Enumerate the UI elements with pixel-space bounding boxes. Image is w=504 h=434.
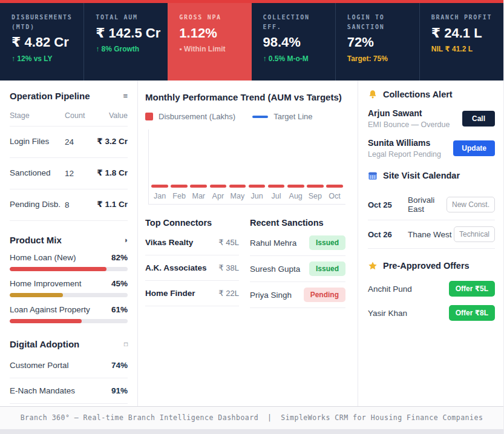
connector-name: Home Finder <box>145 289 195 298</box>
kpi-label: TOTAL AUM <box>96 13 160 22</box>
product-mix-section: Product Mix ◑ Home Loan (New) 82% Home I… <box>10 235 128 323</box>
connector-value: ₹ 38L <box>218 263 239 272</box>
chart-title: Monthly Performance Trend (AUM vs Target… <box>145 92 345 102</box>
legend-item-disbursement: Disbursement (Lakhs) <box>145 112 235 121</box>
pipeline-title: Operation Pipeline <box>10 91 90 101</box>
digital-row: E-Nach Mandates 91% <box>10 378 128 404</box>
pipeline-value: ₹ 1.1 Cr <box>93 199 128 211</box>
kpi-label: GROSS NPA <box>179 13 244 22</box>
x-tick: Jan <box>150 192 169 200</box>
pipeline-row: Pending Disb. 8 ₹ 1.1 Cr <box>10 189 128 221</box>
status-badge: Pending <box>304 288 345 302</box>
kpi-value: 1.12% <box>179 26 244 41</box>
star-icon <box>368 261 378 271</box>
x-tick: Jul <box>267 192 286 200</box>
sanction-row: Priya Singh Pending <box>250 282 345 308</box>
pipeline-stage: Login Files <box>10 136 65 148</box>
middle-column: Monthly Performance Trend (AUM vs Target… <box>138 81 358 406</box>
kpi-card-total-aum: TOTAL AUM ₹ 142.5 Cr ↑ 8% Growth <box>83 3 168 81</box>
calendar-icon <box>368 171 378 180</box>
alert-name: Arjun Sawant <box>368 108 450 118</box>
pipeline-col-count: Count <box>65 111 93 120</box>
pipeline-col-value: Value <box>93 111 128 120</box>
digital-adoption-section: Digital Adoption □ Customer Portal 74% E… <box>10 339 128 404</box>
kpi-sub: ↑ 12% vs LY <box>11 54 76 64</box>
kpi-sub: ↑ 8% Growth <box>96 45 160 54</box>
digital-label: Customer Portal <box>10 361 69 370</box>
progress-track <box>10 319 128 323</box>
progress-track <box>10 267 128 271</box>
kpi-card-collection-eff: COLLECTION EFF. 98.4% ↑ 0.5% M-o-M <box>252 3 335 81</box>
chart-legend: Disbursement (Lakhs) Target Line <box>145 112 345 121</box>
dashboard-page: DISBURSEMENTS (MTD) ₹ 4.82 Cr ↑ 12% vs L… <box>0 0 504 434</box>
product-pct: 82% <box>111 253 128 262</box>
left-column: Operation Pipeline ≡ Stage Count Value L… <box>0 81 138 406</box>
alert-name: Sunita Williams <box>368 138 441 148</box>
collections-alert-section: Collections Alert Arjun Sawant EMI Bounc… <box>368 90 495 159</box>
kpi-value: 98.4% <box>263 35 328 50</box>
kpi-sub: Target: 75% <box>347 54 412 64</box>
visit-place: Thane West <box>402 230 454 239</box>
product-mix-item: Home Improvement 45% <box>10 279 128 297</box>
kpi-card-login-to-sanction: LOGIN TO SANCTION 72% Target: 75% <box>335 3 419 81</box>
visit-type-tag: New Const. <box>447 197 495 212</box>
product-mix-item: Home Loan (New) 82% <box>10 253 128 271</box>
kpi-label: COLLECTION EFF. <box>263 13 328 31</box>
product-pct: 45% <box>111 279 128 288</box>
kpi-value: ₹ 24.1 L <box>431 26 496 41</box>
visit-date: Oct 25 <box>368 200 402 209</box>
main-content: Operation Pipeline ≡ Stage Count Value L… <box>0 81 503 406</box>
kpi-card-disbursements: DISBURSEMENTS (MTD) ₹ 4.82 Cr ↑ 12% vs L… <box>0 3 83 81</box>
kpi-band: DISBURSEMENTS (MTD) ₹ 4.82 Cr ↑ 12% vs L… <box>0 3 503 81</box>
visit-row: Oct 26 Thane West Technical <box>368 220 495 249</box>
offer-button[interactable]: Offer ₹8L <box>449 305 495 321</box>
footer-bar: Branch 360° — Real-time Branch Intellige… <box>0 406 503 429</box>
visit-row: Oct 25 Borivali East New Const. <box>368 189 495 220</box>
pipeline-count: 24 <box>65 137 93 146</box>
status-badge: Issued <box>309 261 345 276</box>
x-tick: Apr <box>208 192 227 200</box>
kpi-label: BRANCH PROFIT <box>431 13 496 22</box>
kpi-label: DISBURSEMENTS (MTD) <box>11 13 76 31</box>
pipeline-count: 12 <box>65 169 93 178</box>
alert-note: EMI Bounce — Overdue <box>368 120 450 129</box>
kpi-value: ₹ 142.5 Cr <box>96 26 160 41</box>
pipeline-count: 8 <box>65 200 93 209</box>
x-tick: Feb <box>169 192 189 200</box>
x-tick: Mar <box>189 192 208 200</box>
product-label: Loan Against Property <box>10 305 90 314</box>
call-button[interactable]: Call <box>462 111 495 127</box>
visit-date: Oct 26 <box>368 230 402 239</box>
site-visit-calendar-section: Site Visit Calendar Oct 25 Borivali East… <box>368 171 495 249</box>
kpi-sub: ▪ Within Limit <box>179 45 244 54</box>
pipeline-stage: Sanctioned <box>10 167 65 179</box>
chart-x-axis-labels: Jan Feb Mar Apr May Jun Jul Aug Sep Oct <box>150 188 344 200</box>
connector-row: A.K. Associates ₹ 38L <box>145 255 239 281</box>
x-tick: Sep <box>306 192 325 200</box>
kpi-card-branch-profit: BRANCH PROFIT ₹ 24.1 L NIL ₹ 41.2 L <box>419 3 503 81</box>
pipeline-table-header: Stage Count Value <box>10 101 128 127</box>
update-button[interactable]: Update <box>453 140 495 156</box>
sanction-row: Suresh Gupta Issued <box>250 256 345 282</box>
sanction-name: Priya Singh <box>250 291 292 300</box>
offer-customer-name: Yasir Khan <box>368 309 407 318</box>
connector-name: A.K. Associates <box>145 263 207 272</box>
offers-title: Pre-Approved Offers <box>383 261 470 271</box>
product-label: Home Loan (New) <box>10 253 76 262</box>
sanction-row: Rahul Mehra Issued <box>250 230 345 256</box>
connector-value: ₹ 45L <box>218 238 239 247</box>
kpi-value: 72% <box>347 35 412 50</box>
x-tick: May <box>227 192 247 200</box>
kpi-sub: NIL ₹ 41.2 L <box>431 45 496 54</box>
x-tick: Jun <box>247 192 266 200</box>
visit-place: Borivali East <box>402 196 447 214</box>
legend-line-swatch <box>252 116 268 118</box>
legend-label: Target Line <box>273 112 312 121</box>
kpi-value: ₹ 4.82 Cr <box>11 35 76 50</box>
right-column: Collections Alert Arjun Sawant EMI Bounc… <box>358 81 503 406</box>
sanction-name: Rahul Mehra <box>250 238 296 248</box>
menu-icon[interactable]: ≡ <box>123 91 128 100</box>
sanction-name: Suresh Gupta <box>250 265 300 274</box>
kpi-sub: ↑ 0.5% M-o-M <box>263 54 328 64</box>
offer-button[interactable]: Offer ₹5L <box>449 281 495 297</box>
